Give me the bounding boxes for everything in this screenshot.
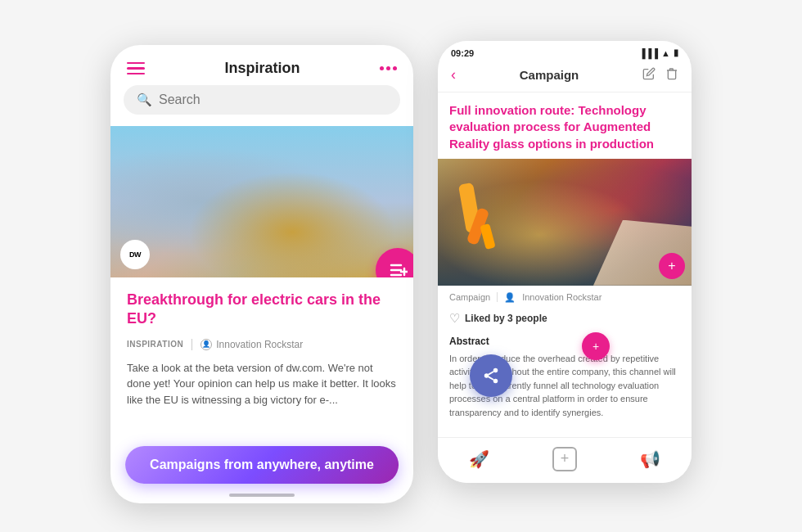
right-header: ‹ Campaign: [438, 61, 692, 92]
campaigns-pill-button[interactable]: Campaigns from anywhere, anytime: [125, 446, 399, 484]
status-time: 09:29: [451, 48, 474, 58]
left-header: Inspiration: [110, 45, 413, 85]
dw-badge: DW: [120, 240, 150, 269]
article-image: DW: [110, 126, 413, 277]
status-bar: 09:29 ▐▐▐ ▲ ▮: [438, 41, 692, 61]
right-page-title: Campaign: [520, 68, 579, 82]
campaign-author: Innovation Rockstar: [522, 292, 602, 302]
share-fab[interactable]: [470, 354, 512, 397]
signal-icon: ▐▐▐: [639, 48, 658, 58]
meta-divider: [191, 339, 192, 350]
add-icon: +: [552, 447, 577, 471]
status-icons: ▐▐▐ ▲ ▮: [639, 47, 678, 58]
person-icon-small: 👤: [504, 292, 516, 303]
svg-point-5: [493, 368, 498, 373]
back-button[interactable]: ‹: [451, 66, 456, 83]
hamburger-icon[interactable]: [127, 62, 145, 75]
article-author: 👤 Innovation Rockstar: [200, 339, 303, 350]
person-icon: 👤: [200, 339, 212, 350]
search-icon: 🔍: [137, 92, 152, 107]
nav-item-launch[interactable]: 🚀: [469, 449, 489, 469]
scene: Inspiration 🔍 DW: [33, 20, 769, 512]
svg-line-8: [489, 376, 493, 380]
article-excerpt: Take a look at the beta version of dw.co…: [127, 360, 397, 408]
wifi-icon: ▲: [661, 48, 670, 58]
heart-icon[interactable]: ♡: [449, 311, 460, 326]
svg-point-6: [484, 373, 489, 378]
header-actions: [642, 67, 678, 83]
app-title: Inspiration: [224, 60, 300, 77]
nav-item-add[interactable]: +: [552, 447, 577, 471]
nav-item-campaign[interactable]: 📢: [640, 449, 660, 469]
article-meta: INSPIRATION 👤 Innovation Rockstar: [127, 339, 397, 350]
search-input[interactable]: [159, 92, 387, 107]
search-bar[interactable]: 🔍: [124, 85, 400, 115]
svg-line-9: [489, 372, 493, 375]
campaign-image: +: [438, 159, 692, 286]
add-icon-small: +: [592, 340, 599, 353]
battery-icon: ▮: [674, 47, 678, 58]
right-phone: 09:29 ▐▐▐ ▲ ▮ ‹ Campaign: [438, 41, 692, 483]
liked-section: ♡ Liked by 3 people: [438, 308, 692, 332]
article-title: Breakthrough for electric cars in the EU…: [127, 291, 397, 329]
meta-divider: [497, 292, 498, 302]
abstract-heading: Abstract: [449, 336, 680, 347]
delete-icon[interactable]: [665, 67, 678, 83]
article-content: Breakthrough for electric cars in the EU…: [110, 277, 413, 416]
campaign-icon: 📢: [640, 449, 660, 469]
left-phone: Inspiration 🔍 DW: [110, 45, 413, 503]
car-illustration: [110, 126, 413, 277]
campaign-category: Campaign: [449, 292, 490, 302]
bottom-nav: 🚀 + 📢: [438, 437, 692, 483]
edit-icon[interactable]: [642, 67, 656, 83]
campaign-title: Full innovation route: Technology evalua…: [438, 92, 692, 159]
author-name: Innovation Rockstar: [216, 339, 303, 350]
article-category: INSPIRATION: [127, 340, 183, 349]
liked-text: Liked by 3 people: [465, 313, 547, 324]
campaign-add-fab[interactable]: +: [659, 253, 685, 279]
svg-point-7: [493, 379, 498, 384]
home-indicator: [229, 494, 295, 497]
campaign-meta: Campaign 👤 Innovation Rockstar: [438, 286, 692, 308]
small-add-fab[interactable]: +: [582, 332, 610, 360]
more-options-icon[interactable]: [380, 66, 397, 70]
launch-icon: 🚀: [469, 449, 489, 469]
robot-arm: [454, 167, 520, 265]
